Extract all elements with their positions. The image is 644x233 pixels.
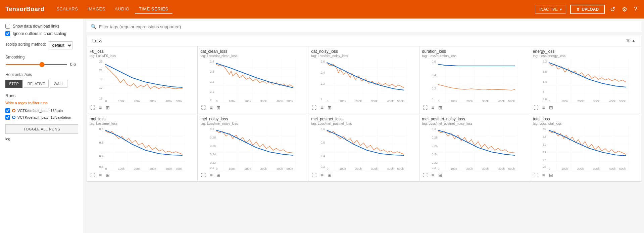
run-train-checkbox[interactable] <box>5 108 10 113</box>
svg-text:2.2: 2.2 <box>321 82 325 85</box>
tooltip-sort-select[interactable]: default <box>49 41 72 49</box>
chart-expand-button[interactable]: ⛶ <box>90 104 96 111</box>
svg-text:2.1: 2.1 <box>210 90 214 93</box>
svg-text:400k: 400k <box>166 100 172 103</box>
chart-download-button[interactable]: ⊞ <box>327 172 332 179</box>
chart-expand-button[interactable]: ⛶ <box>200 172 206 179</box>
chart-expand-button[interactable]: ⛶ <box>422 104 428 111</box>
runs-title: Runs <box>5 93 78 98</box>
upload-button[interactable]: ⬆ UPLOAD <box>570 5 605 14</box>
runs-filter[interactable]: Write a regex to filter runs <box>5 101 78 105</box>
svg-text:0: 0 <box>438 100 439 103</box>
chart-expand-button[interactable]: ⛶ <box>533 104 539 111</box>
smoothing-label: Smoothing <box>5 55 78 60</box>
settings-button[interactable]: ⚙ <box>621 4 629 14</box>
svg-text:400k: 400k <box>387 167 394 170</box>
svg-text:0.3: 0.3 <box>210 127 214 131</box>
chart-data-button[interactable]: ≡ <box>320 104 324 111</box>
chart-data-button[interactable]: ≡ <box>431 104 435 111</box>
svg-text:500k: 500k <box>287 167 293 170</box>
axis-wall-button[interactable]: WALL <box>50 80 67 88</box>
chart-data-button[interactable]: ≡ <box>98 104 102 111</box>
svg-text:25: 25 <box>543 165 546 168</box>
chart-download-button[interactable]: ⊞ <box>327 104 332 111</box>
chart-energy-loss: energy_loss tag: Loss/energy_loss 6.2 5.… <box>530 46 641 114</box>
svg-text:300k: 300k <box>371 100 378 103</box>
chart-data-button[interactable]: ≡ <box>542 104 546 111</box>
header: TensorBoard SCALARS IMAGES AUDIO TIME SE… <box>0 0 644 18</box>
chart-expand-button[interactable]: ⛶ <box>422 172 428 179</box>
chart-download-button[interactable]: ⊞ <box>105 104 110 111</box>
chart-expand-button[interactable]: ⛶ <box>90 172 96 179</box>
refresh-button[interactable]: ↺ <box>609 4 616 14</box>
chart-download-button[interactable]: ⊞ <box>216 172 221 179</box>
ignore-outliers-row[interactable]: Ignore outliers in chart scaling <box>5 31 78 36</box>
chart-data-button[interactable]: ≡ <box>209 104 213 111</box>
svg-text:200k: 200k <box>577 167 584 170</box>
svg-rect-102 <box>431 127 518 170</box>
nav-audio[interactable]: AUDIO <box>111 4 134 14</box>
chart-download-button[interactable]: ⊞ <box>548 104 554 111</box>
svg-text:400k: 400k <box>609 100 616 103</box>
chart-data-button[interactable]: ≡ <box>209 172 213 179</box>
chart-controls: ⛶ ≡ ⊞ <box>422 170 527 179</box>
section-title: Loss <box>92 38 102 43</box>
svg-text:200k: 200k <box>134 167 141 170</box>
chart-svg: 0.3 0.28 0.26 0.24 0.22 0.2 0 100k <box>200 127 305 170</box>
svg-text:500k: 500k <box>508 100 515 103</box>
chart-download-button[interactable]: ⊞ <box>216 104 221 111</box>
chart-download-button[interactable]: ⊞ <box>438 104 443 111</box>
nav-images[interactable]: IMAGES <box>83 4 109 14</box>
axis-relative-button[interactable]: RELATIVE <box>24 80 49 88</box>
chart-data-button[interactable]: ≡ <box>320 172 324 179</box>
svg-text:0.22: 0.22 <box>210 161 216 164</box>
svg-text:19: 19 <box>99 77 103 81</box>
chart-svg: 23 21 19 17 15 0 100k 200k <box>90 59 195 103</box>
svg-text:0.4: 0.4 <box>321 154 325 158</box>
chart-data-button[interactable]: ≡ <box>98 172 102 179</box>
nav-scalars[interactable]: SCALARS <box>52 4 82 14</box>
inactive-dropdown[interactable]: INACTIVE ▾ <box>535 5 566 14</box>
chart-tag: tag: Loss/total_loss <box>533 122 638 125</box>
svg-text:100k: 100k <box>450 167 457 170</box>
svg-text:29: 29 <box>543 151 546 154</box>
show-data-links-checkbox[interactable] <box>5 24 10 29</box>
chart-expand-button[interactable]: ⛶ <box>200 104 206 111</box>
chart-dat-noisy-loss: dat_noisy_loss tag: Loss/dat_noisy_loss … <box>308 46 419 114</box>
chart-expand-button[interactable]: ⛶ <box>311 172 317 179</box>
chart-controls: ⛶ ≡ ⊞ <box>200 170 305 179</box>
axis-step-button[interactable]: STEP <box>5 80 22 88</box>
svg-text:0: 0 <box>327 167 329 170</box>
svg-text:6.2: 6.2 <box>543 60 547 63</box>
horizontal-axis-label: Horizontal Axis <box>5 72 78 77</box>
chart-svg-area: 0.6 0.5 0.4 0.3 0 100k 200k 300k <box>90 127 195 170</box>
toggle-all-runs-button[interactable]: TOGGLE ALL RUNS <box>5 124 78 134</box>
chart-download-button[interactable]: ⊞ <box>105 172 110 179</box>
svg-text:300k: 300k <box>260 167 267 170</box>
svg-text:0: 0 <box>438 167 439 170</box>
ignore-outliers-checkbox[interactable] <box>5 31 10 36</box>
smoothing-slider[interactable] <box>5 64 67 65</box>
show-data-links-row[interactable]: Show data download links <box>5 24 78 29</box>
section-header: Loss 10 ▲ <box>87 35 641 46</box>
svg-text:200k: 200k <box>355 167 362 170</box>
chart-expand-button[interactable]: ⛶ <box>311 104 317 111</box>
nav-time-series[interactable]: TIME SERIES <box>135 4 172 14</box>
run-validation-checkbox[interactable] <box>5 115 10 120</box>
content-area: 🔍 Loss 10 ▲ F0_loss tag: Loss/F0_loss <box>84 18 644 233</box>
chart-tag: tag: Loss/mel_postnet_loss <box>311 122 416 125</box>
chart-data-button[interactable]: ≡ <box>542 172 546 179</box>
svg-text:500k: 500k <box>619 167 626 170</box>
svg-text:400k: 400k <box>609 167 616 170</box>
chart-title: mel_noisy_loss <box>200 117 305 121</box>
chart-expand-button[interactable]: ⛶ <box>533 172 539 179</box>
help-button[interactable]: ? <box>633 4 639 14</box>
chart-tag: tag: Loss/energy_loss <box>533 54 638 58</box>
filter-input[interactable] <box>99 24 637 29</box>
chart-data-button[interactable]: ≡ <box>431 172 435 179</box>
chart-svg-area: 2.6 2.4 2.2 2 0 100k 200k 300k <box>311 59 416 103</box>
main-layout: Show data download links Ignore outliers… <box>0 18 644 233</box>
chart-download-button[interactable]: ⊞ <box>548 172 554 179</box>
chart-download-button[interactable]: ⊞ <box>438 172 443 179</box>
chart-controls: ⛶ ≡ ⊞ <box>533 170 638 179</box>
